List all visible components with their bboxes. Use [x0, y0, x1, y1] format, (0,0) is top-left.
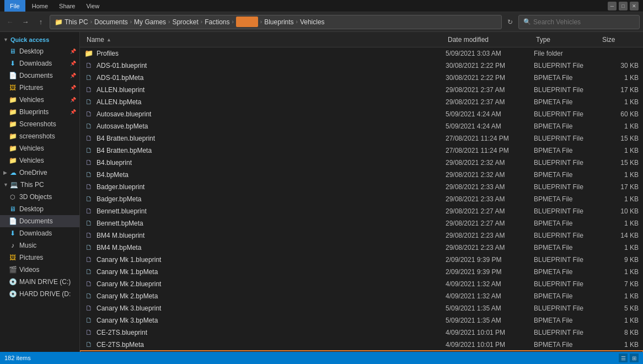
- sidebar-item-desktop[interactable]: 🖥 Desktop 📌: [0, 45, 79, 57]
- sidebar-item-videos[interactable]: 🎬 Videos: [0, 264, 79, 276]
- table-row[interactable]: 🗋 B4 Bratten.bpMeta 27/08/2021 11:24 PM …: [80, 144, 643, 157]
- sort-arrow-icon: ▲: [106, 37, 111, 42]
- file-type: BLUEPRINT File: [534, 159, 600, 167]
- table-row[interactable]: 🗋 Bennett.bpMeta 29/08/2021 2:27 AM BPME…: [80, 217, 643, 229]
- sidebar-item-documents-pc[interactable]: 📄 Documents: [0, 215, 79, 227]
- sidebar-item-hard-drive[interactable]: 💿 HARD DRIVE (D:: [0, 288, 79, 300]
- file-type: BPMETA File: [534, 317, 600, 324]
- col-header-date[interactable]: Date modified: [446, 36, 534, 44]
- sidebar-item-downloads[interactable]: ⬇ Downloads 📌: [0, 57, 79, 69]
- tab-view[interactable]: View: [81, 2, 105, 10]
- table-row[interactable]: 🗋 Canary Mk 2.blueprint 4/09/2021 1:32 A…: [80, 278, 643, 290]
- tab-share[interactable]: Share: [53, 2, 81, 10]
- table-row[interactable]: 🗋 Bennett.blueprint 29/08/2021 2:27 AM B…: [80, 205, 643, 217]
- file-name: Canary Mk 1.blueprint: [97, 256, 446, 264]
- file-date: 4/09/2021 10:01 PM: [446, 341, 534, 349]
- table-row[interactable]: 🗋 ADS-01.bpMeta 30/08/2021 2:22 PM BPMET…: [80, 72, 643, 84]
- address-this-pc[interactable]: This PC: [65, 18, 88, 26]
- file-name: Canary Mk 1.bpMeta: [97, 268, 446, 276]
- file-size: 17 KB: [600, 183, 639, 191]
- file-date: 29/08/2021 2:23 AM: [446, 244, 534, 251]
- sidebar-item-label: HARD DRIVE (D:: [19, 290, 76, 298]
- minimize-button[interactable]: ─: [608, 2, 617, 10]
- address-vehicles[interactable]: Vehicles: [300, 18, 325, 26]
- up-button[interactable]: ↑: [34, 15, 47, 29]
- table-row[interactable]: 🗋 Canary Mk 1.bpMeta 2/09/2021 9:39 PM B…: [80, 266, 643, 278]
- sidebar-item-pictures[interactable]: 🖼 Pictures 📌: [0, 82, 79, 94]
- file-date: 29/08/2021 2:37 AM: [446, 98, 534, 106]
- table-row[interactable]: 🗋 Badger.bpMeta 29/08/2021 2:33 AM BPMET…: [80, 193, 643, 205]
- sidebar-item-vehicles-1[interactable]: 📁 Vehicles 📌: [0, 94, 79, 106]
- table-row[interactable]: 🗋 B4 Bratten.blueprint 27/08/2021 11:24 …: [80, 132, 643, 144]
- view-list-icon[interactable]: ☰: [619, 354, 628, 362]
- sidebar-item-documents[interactable]: 📄 Documents 📌: [0, 69, 79, 82]
- table-row[interactable]: 🗋 ADS-01.blueprint 30/08/2021 2:22 PM BL…: [80, 60, 643, 72]
- table-row[interactable]: 🗋 Badger.blueprint 29/08/2021 2:33 AM BL…: [80, 181, 643, 193]
- sidebar-item-blueprints[interactable]: 📁 Blueprints 📌: [0, 106, 79, 118]
- table-row[interactable]: 🗋 ALLEN.blueprint 29/08/2021 2:37 AM BLU…: [80, 84, 643, 96]
- search-input[interactable]: [533, 18, 635, 26]
- back-button[interactable]: ←: [3, 15, 17, 29]
- col-header-type[interactable]: Type: [534, 36, 600, 44]
- tab-home[interactable]: Home: [26, 2, 53, 10]
- address-documents[interactable]: Documents: [94, 18, 128, 26]
- drive-d-icon: 💿: [9, 290, 17, 298]
- address-factions[interactable]: Factions: [205, 18, 229, 26]
- sidebar-item-screenshots-2[interactable]: 📁 screenshots: [0, 130, 79, 142]
- file-type: BLUEPRINT File: [534, 183, 600, 191]
- table-row[interactable]: 🗋 Canary Mk 2.bpMeta 4/09/2021 1:32 AM B…: [80, 290, 643, 302]
- sidebar-item-label: Vehicles: [19, 157, 76, 164]
- address-segment-1: 📁 This PC: [55, 18, 88, 26]
- table-row[interactable]: 🗋 CE-2TS.blueprint 4/09/2021 10:01 PM BL…: [80, 326, 643, 339]
- table-row[interactable]: 🗋 B4.blueprint 29/08/2021 2:32 AM BLUEPR…: [80, 157, 643, 169]
- close-button[interactable]: ✕: [630, 2, 639, 10]
- address-highlight-segment[interactable]: [236, 17, 258, 27]
- sidebar-item-downloads-pc[interactable]: ⬇ Downloads: [0, 227, 79, 239]
- file-icon: 🗋: [84, 170, 93, 179]
- table-row[interactable]: 🗋 Autosave.blueprint 5/09/2021 4:24 AM B…: [80, 108, 643, 120]
- view-grid-icon[interactable]: ⊞: [630, 354, 639, 362]
- table-row[interactable]: 🗋 CE-2TS.bpMeta 4/09/2021 10:01 PM BPMET…: [80, 339, 643, 351]
- sidebar-item-music[interactable]: ♪ Music: [0, 239, 79, 251]
- forward-button[interactable]: →: [19, 15, 32, 29]
- sidebar-item-desktop-pc[interactable]: 🖥 Desktop: [0, 203, 79, 215]
- address-my-games[interactable]: My Games: [134, 18, 166, 26]
- table-row[interactable]: 🗋 ALLEN.bpMeta 29/08/2021 2:37 AM BPMETA…: [80, 96, 643, 108]
- search-box[interactable]: 🔍: [518, 15, 640, 29]
- maximize-button[interactable]: □: [619, 2, 628, 10]
- table-row[interactable]: 🗋 BM4 M.bpMeta 29/08/2021 2:23 AM BPMETA…: [80, 242, 643, 254]
- sidebar-item-label: Vehicles: [19, 144, 76, 152]
- col-header-size[interactable]: Size: [600, 36, 639, 44]
- sidebar-onedrive-header[interactable]: ▶ ☁ OneDrive: [0, 167, 79, 179]
- folder-icon: 📁: [9, 108, 17, 116]
- table-row[interactable]: 🗋 Autosave.bpMeta 5/09/2021 4:24 AM BPME…: [80, 120, 643, 132]
- table-row[interactable]: 📁 Profiles 5/09/2021 3:03 AM File folder: [80, 47, 643, 60]
- refresh-button[interactable]: ↻: [504, 16, 516, 28]
- address-blueprints[interactable]: Blueprints: [264, 18, 293, 26]
- table-row[interactable]: 🗋 Canary Mk 1.blueprint 2/09/2021 9:39 P…: [80, 254, 643, 266]
- table-row[interactable]: 🗋 BM4 M.blueprint 29/08/2021 2:23 AM BLU…: [80, 229, 643, 242]
- sidebar-item-label: Documents: [19, 217, 76, 225]
- sidebar-item-vehicles-2[interactable]: 📁 Vehicles: [0, 142, 79, 154]
- sidebar-quick-access-header[interactable]: ▼ Quick access: [0, 34, 79, 45]
- sidebar-this-pc-header[interactable]: ▼ 💻 This PC: [0, 179, 79, 191]
- file-name: Canary Mk 2.blueprint: [97, 280, 446, 288]
- file-date: 5/09/2021 1:35 AM: [446, 304, 534, 312]
- col-header-name[interactable]: Name ▲: [84, 36, 446, 44]
- address-row: ← → ↑ 📁 This PC › Documents › My Games ›…: [0, 12, 643, 32]
- table-row[interactable]: 🗋 Canary Mk 3.blueprint 5/09/2021 1:35 A…: [80, 302, 643, 314]
- file-type: BLUEPRINT File: [534, 280, 600, 288]
- address-sprocket[interactable]: Sprocket: [172, 18, 198, 26]
- sidebar-item-screenshots-1[interactable]: 📁 Screenshots: [0, 118, 79, 130]
- table-row[interactable]: 🗋 Canary Mk 3.bpMeta 5/09/2021 1:35 AM B…: [80, 314, 643, 326]
- sidebar-item-3d-objects[interactable]: ⬡ 3D Objects: [0, 191, 79, 203]
- sidebar-item-main-drive[interactable]: 💿 MAIN DRIVE (C:): [0, 276, 79, 288]
- tab-file[interactable]: File: [4, 0, 25, 12]
- address-bar[interactable]: 📁 This PC › Documents › My Games › Sproc…: [50, 15, 502, 29]
- file-name: ALLEN.blueprint: [97, 86, 446, 94]
- sidebar-item-vehicles-3[interactable]: 📁 Vehicles: [0, 154, 79, 167]
- table-row[interactable]: 🗋 B4.bpMeta 29/08/2021 2:32 AM BPMETA Fi…: [80, 169, 643, 181]
- file-size: 1 KB: [600, 171, 639, 179]
- sidebar-item-label: Desktop: [19, 47, 67, 55]
- sidebar-item-pictures-pc[interactable]: 🖼 Pictures: [0, 251, 79, 264]
